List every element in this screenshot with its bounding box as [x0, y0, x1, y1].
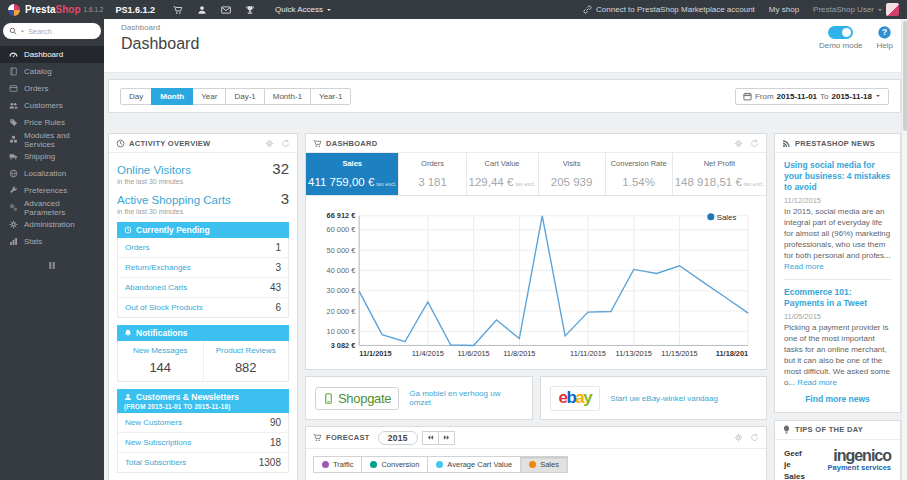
my-shop-link[interactable]: My shop [769, 5, 799, 14]
clock-icon [124, 226, 132, 234]
user-menu[interactable]: PrestaShop User [813, 3, 899, 16]
customers-row-total-subscribers[interactable]: Total Subscribers1308 [118, 453, 288, 472]
panel-title: ACTIVITY OVERVIEW [129, 139, 211, 148]
read-more-link[interactable]: Read more [784, 262, 824, 271]
tips-of-the-day-panel: TIPS OF THE DAY ingenico Payment service… [774, 420, 901, 480]
breadcrumb[interactable]: Dashboard [121, 23, 895, 32]
article-excerpt: Picking a payment provider is one of the… [784, 323, 891, 388]
activity-icon [116, 139, 125, 148]
sidebar-item-preferences[interactable]: Preferences [0, 182, 104, 199]
date-filter-toolbar: Day Month Year Day-1 Month-1 Year-1 From… [108, 79, 901, 113]
sidebar-item-dashboard[interactable]: Dashboard [0, 46, 104, 63]
globe-icon [9, 169, 18, 178]
kpi-tab-orders[interactable]: Orders 3 181 [399, 153, 466, 195]
main-area: Dashboard Dashboard Demo mode ? Help Day… [104, 19, 907, 480]
pending-row-out-of-stock[interactable]: Out of Stock Products6 [118, 298, 288, 317]
help-label: Help [877, 41, 893, 50]
sidebar: Dashboard Catalog Orders Customers Price… [0, 19, 104, 480]
read-more-link[interactable]: Read more [797, 378, 837, 387]
customers-row-new-customers[interactable]: New Customers90 [118, 413, 288, 433]
kpi-tab-sales[interactable]: Sales 411 759,00 €tax excl. [306, 153, 399, 195]
sidebar-item-stats[interactable]: Stats [0, 233, 104, 250]
kpi-tab-cart-value[interactable]: Cart Value 129,44 €tax excl. [467, 153, 539, 195]
sidebar-item-label: Administration [24, 220, 75, 229]
svg-text:?: ? [882, 27, 887, 37]
kpi-tab-conversion-rate[interactable]: Conversion Rate 1.54% [606, 153, 673, 195]
customers-row-new-subscriptions[interactable]: New Subscriptions18 [118, 433, 288, 453]
metric-traffic-button[interactable]: Traffic [313, 456, 362, 473]
notifications-new-messages[interactable]: New Messages 144 [118, 341, 204, 381]
sidebar-item-localization[interactable]: Localization [0, 165, 104, 182]
panel-refresh-icon[interactable] [750, 433, 759, 442]
panel-settings-icon[interactable] [734, 433, 743, 442]
metric-sales-button[interactable]: Sales [520, 456, 568, 473]
ingenico-logo[interactable]: ingenico Payment services [813, 448, 891, 473]
next-year-button[interactable] [438, 431, 455, 445]
date-range-picker[interactable]: From2015-11-01 To2015-11-18 [735, 88, 889, 105]
sidebar-collapse-icon[interactable] [46, 260, 58, 271]
sidebar-item-price-rules[interactable]: Price Rules [0, 114, 104, 131]
sidebar-search[interactable] [3, 23, 101, 39]
sidebar-item-customers[interactable]: Customers [0, 97, 104, 114]
topbar: PrestaShop 1.6.1.2 PS1.6.1.2 Quick Acces… [0, 0, 907, 19]
kpi-tab-visits[interactable]: Visits 205 939 [539, 153, 606, 195]
pending-row-abandoned-carts[interactable]: Abandoned Carts43 [118, 278, 288, 298]
range-day-button[interactable]: Day [120, 88, 152, 105]
panel-settings-icon[interactable] [265, 139, 274, 148]
svg-text:40 000 €: 40 000 € [327, 266, 356, 275]
scrollbar-thumb[interactable] [903, 21, 907, 131]
pending-row-returns[interactable]: Return/Exchanges3 [118, 258, 288, 278]
link-icon [583, 5, 592, 14]
range-day-1-button[interactable]: Day-1 [225, 88, 264, 105]
article-title-link[interactable]: Ecommerce 101: Payments in a Tweet [784, 287, 891, 309]
chevron-down-icon [875, 93, 881, 99]
demo-mode-toggle[interactable]: Demo mode [819, 26, 863, 50]
sidebar-item-label: Preferences [24, 186, 67, 195]
article-title-link[interactable]: Using social media for your business: 4 … [784, 160, 891, 193]
demo-mode-label: Demo mode [819, 41, 863, 50]
metric-average-cart-value-button[interactable]: Average Cart Value [427, 456, 521, 473]
find-more-news-link[interactable]: Find more news [784, 389, 891, 408]
bell-icon [124, 329, 132, 337]
ebay-link[interactable]: Start uw eBay-winkel vandaag [610, 394, 718, 403]
kpi-tab-net-profit[interactable]: Net Profit 148 918,51 €tax excl. [673, 153, 766, 195]
help-button[interactable]: ? Help [877, 26, 893, 50]
metric-conversion-button[interactable]: Conversion [361, 456, 428, 473]
panel-settings-icon[interactable] [734, 139, 743, 148]
search-input[interactable] [28, 27, 83, 36]
marketplace-link[interactable]: Connect to PrestaShop Marketplace accoun… [583, 5, 755, 14]
notifications-product-reviews[interactable]: Product Reviews 882 [204, 341, 289, 381]
range-year-1-button[interactable]: Year-1 [310, 88, 351, 105]
sidebar-item-modules[interactable]: Modules and Services [0, 131, 104, 148]
sidebar-item-catalog[interactable]: Catalog [0, 63, 104, 80]
cart-icon[interactable] [173, 5, 183, 15]
badges-icon[interactable] [245, 5, 255, 15]
sidebar-item-orders[interactable]: Orders [0, 80, 104, 97]
employees-icon[interactable] [197, 5, 207, 15]
pending-row-orders[interactable]: Orders1 [118, 238, 288, 258]
svg-text:30 000 €: 30 000 € [327, 286, 356, 295]
panel-refresh-icon[interactable] [750, 139, 759, 148]
shopgate-logo: Shopgate [315, 387, 399, 410]
quick-access-menu[interactable]: Quick Access [275, 5, 332, 14]
chevron-down-icon[interactable] [20, 29, 25, 34]
active-carts-link[interactable]: Active Shopping Carts [117, 194, 231, 206]
toggle-switch[interactable] [828, 26, 853, 39]
sidebar-item-advanced-parameters[interactable]: Advanced Parameters [0, 199, 104, 216]
active-carts-sub: in the last 30 minutes [117, 208, 289, 215]
sidebar-item-label: Shipping [24, 152, 55, 161]
online-visitors-link[interactable]: Online Visitors [117, 164, 191, 176]
panel-refresh-icon[interactable] [281, 139, 290, 148]
page-scrollbar[interactable] [901, 19, 907, 480]
brand-wordmark[interactable]: PrestaShop [25, 4, 81, 15]
previous-year-button[interactable] [422, 431, 439, 445]
shopgate-link[interactable]: Ga mobiel en verhoog uw omzet [409, 389, 522, 407]
sidebar-item-shipping[interactable]: Shipping [0, 148, 104, 165]
ebay-logo: ebay [550, 386, 601, 411]
range-month-button[interactable]: Month [151, 88, 193, 105]
range-month-1-button[interactable]: Month-1 [264, 88, 311, 105]
sidebar-item-administration[interactable]: Administration [0, 216, 104, 233]
range-year-button[interactable]: Year [192, 88, 226, 105]
sales-dot-icon [529, 461, 536, 468]
messages-icon[interactable] [221, 5, 231, 15]
